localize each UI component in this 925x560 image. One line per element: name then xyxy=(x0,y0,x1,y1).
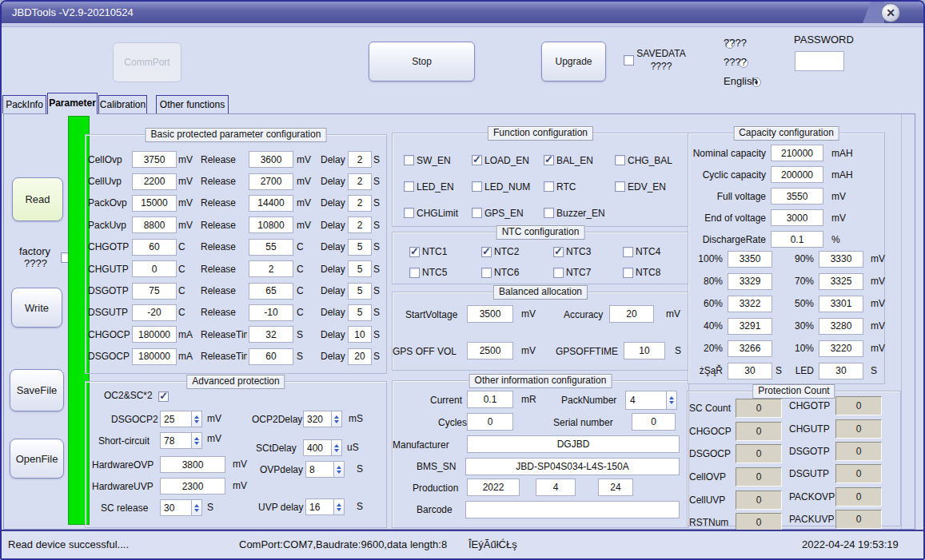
gps-off-vol-input[interactable]: 2500 xyxy=(467,342,513,359)
spinner-updown-icon[interactable] xyxy=(667,391,677,410)
function-item[interactable]: LED_EN xyxy=(404,181,472,193)
ovpdelay-input[interactable]: 8 xyxy=(305,461,334,478)
function-item[interactable]: SW_EN xyxy=(404,155,472,166)
param-value-input[interactable]: 60 xyxy=(132,239,177,256)
ocp2delay-spinner[interactable]: 320 xyxy=(303,411,342,427)
write-button[interactable]: Write xyxy=(11,288,62,328)
tab-calibration[interactable]: Calibration xyxy=(98,95,147,113)
chg-bal-checkbox[interactable] xyxy=(615,155,625,165)
tab-packinfo[interactable]: PackInfo xyxy=(2,95,46,113)
delay-value-input[interactable]: 2 xyxy=(348,216,372,233)
spinner-up-icon[interactable] xyxy=(334,444,339,447)
soc-voltage-input[interactable]: 30 xyxy=(819,363,863,379)
spinner-updown-icon[interactable] xyxy=(332,439,342,456)
pack-number-spinner[interactable]: 4 xyxy=(625,391,677,410)
sc-release-spinner[interactable]: 30 xyxy=(160,499,202,516)
spinner-down-icon[interactable] xyxy=(669,401,674,404)
ntc-item[interactable]: NTC8 xyxy=(623,267,687,278)
ntc1-checkbox[interactable] xyxy=(409,247,420,257)
ntc-item[interactable]: NTC1 xyxy=(409,246,481,257)
param-value-input[interactable]: -20 xyxy=(132,304,177,321)
spinner-updown-icon[interactable] xyxy=(334,498,345,515)
release-value-input[interactable]: 55 xyxy=(249,239,293,256)
function-item[interactable]: BAL_EN xyxy=(544,155,615,166)
spinner-up-icon[interactable] xyxy=(194,504,199,507)
param-value-input[interactable]: 0 xyxy=(132,260,177,277)
spinner-down-icon[interactable] xyxy=(334,420,339,423)
soc-voltage-input[interactable]: 30 xyxy=(728,363,772,379)
soc-voltage-input[interactable]: 3325 xyxy=(819,273,863,290)
stop-button[interactable]: Stop xyxy=(369,42,475,81)
delay-value-input[interactable]: 2 xyxy=(348,151,372,168)
spinner-updown-icon[interactable] xyxy=(334,461,345,478)
short-circuit-input[interactable]: 78 xyxy=(160,432,192,449)
uvp-delay-spinner[interactable]: 16 xyxy=(305,498,345,515)
barcode-input[interactable] xyxy=(465,501,680,518)
capacity-value-input[interactable]: 3000 xyxy=(771,209,823,226)
release-value-input[interactable]: 2700 xyxy=(249,173,293,190)
tab-other-functions[interactable]: Other functions xyxy=(156,95,229,113)
cycles-input[interactable]: 0 xyxy=(467,413,513,431)
openfile-button[interactable]: OpenFile xyxy=(10,439,64,479)
ntc5-checkbox[interactable] xyxy=(409,268,420,278)
spinner-down-icon[interactable] xyxy=(337,471,341,474)
ntc3-checkbox[interactable] xyxy=(553,247,564,257)
delay-value-input[interactable]: 10 xyxy=(348,326,372,343)
close-icon[interactable]: ✕ xyxy=(881,3,900,22)
accuracy-input[interactable]: 20 xyxy=(609,305,654,323)
password-input[interactable] xyxy=(795,51,844,71)
ntc4-checkbox[interactable] xyxy=(623,247,633,257)
gps-off-time-input[interactable]: 10 xyxy=(624,342,665,359)
function-item[interactable]: GPS_EN xyxy=(472,208,544,219)
load-en-checkbox[interactable] xyxy=(472,155,482,165)
spinner-down-icon[interactable] xyxy=(194,442,199,445)
spinner-up-icon[interactable] xyxy=(334,415,339,419)
titlebar[interactable]: JBDTools -V2.9-20210524 ✕ xyxy=(2,2,923,23)
spinner-up-icon[interactable] xyxy=(337,503,341,506)
start-voltage-input[interactable]: 3500 xyxy=(467,305,513,323)
sctdelay-spinner[interactable]: 400 xyxy=(303,439,342,456)
production-month-input[interactable]: 4 xyxy=(536,479,576,496)
savefile-button[interactable]: SaveFile xyxy=(10,369,64,411)
delay-value-input[interactable]: 20 xyxy=(348,348,372,365)
capacity-value-input[interactable]: 0.1 xyxy=(771,231,823,248)
bal-en-checkbox[interactable] xyxy=(544,155,554,165)
param-value-input[interactable]: 2200 xyxy=(132,173,177,190)
dsgocp2-input[interactable]: 25 xyxy=(160,411,192,427)
capacity-value-input[interactable]: 200000 xyxy=(771,166,823,183)
function-item[interactable]: LED_NUM xyxy=(472,181,544,193)
sc-release-input[interactable]: 30 xyxy=(160,499,192,516)
ntc-item[interactable]: NTC2 xyxy=(481,246,553,257)
ntc6-checkbox[interactable] xyxy=(481,268,492,278)
spinner-updown-icon[interactable] xyxy=(192,432,202,449)
buzzer-en-checkbox[interactable] xyxy=(544,208,554,218)
dsgocp2-spinner[interactable]: 25 xyxy=(160,411,202,427)
spinner-up-icon[interactable] xyxy=(337,466,341,469)
release-value-input[interactable]: 14400 xyxy=(249,195,293,212)
spinner-updown-icon[interactable] xyxy=(192,499,202,516)
soc-voltage-input[interactable]: 3322 xyxy=(728,296,772,312)
function-item[interactable]: CHGLimit xyxy=(404,208,472,219)
spinner-updown-icon[interactable] xyxy=(332,411,342,427)
function-item[interactable]: RTC xyxy=(544,181,615,193)
hardware-ovp-input[interactable]: 3800 xyxy=(160,456,225,473)
short-circuit-spinner[interactable]: 78 xyxy=(160,432,202,449)
soc-voltage-input[interactable]: 3291 xyxy=(728,318,772,335)
tab-parameter[interactable]: Parameter xyxy=(47,93,98,114)
gps-en-checkbox[interactable] xyxy=(472,208,482,218)
manufacturer-input[interactable]: DGJBD xyxy=(467,435,680,453)
spinner-down-icon[interactable] xyxy=(334,449,339,452)
ocp2delay-input[interactable]: 320 xyxy=(303,411,332,427)
ntc-item[interactable]: NTC3 xyxy=(553,246,623,257)
ntc7-checkbox[interactable] xyxy=(553,268,564,278)
edv-en-checkbox[interactable] xyxy=(615,181,625,192)
uvp-delay-input[interactable]: 16 xyxy=(305,498,334,515)
capacity-value-input[interactable]: 3550 xyxy=(771,188,823,205)
current-input[interactable]: 0.1 xyxy=(467,391,513,408)
release-value-input[interactable]: 32 xyxy=(249,326,293,343)
function-item[interactable]: Buzzer_EN xyxy=(544,208,615,219)
spinner-up-icon[interactable] xyxy=(669,396,674,399)
spinner-up-icon[interactable] xyxy=(194,415,199,419)
spinner-down-icon[interactable] xyxy=(194,420,199,423)
capacity-value-input[interactable]: 210000 xyxy=(771,145,823,161)
